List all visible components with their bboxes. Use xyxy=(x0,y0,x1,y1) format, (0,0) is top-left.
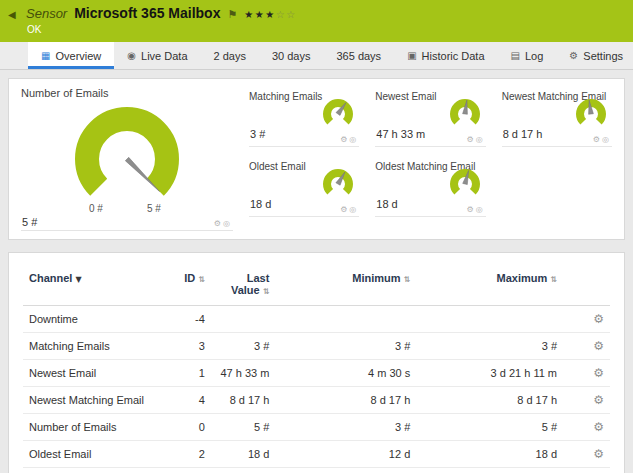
channel-row-matching-emails[interactable]: Matching Emails33 #3 #3 #⚙ xyxy=(23,333,610,360)
channel-id: 3 xyxy=(164,333,211,360)
tab-log[interactable]: ▤Log xyxy=(498,42,557,69)
channel-actions-cell: ⚙ xyxy=(563,333,610,360)
channel-minimum: 3 # xyxy=(275,414,416,441)
gauge-scale-max: 5 # xyxy=(147,203,161,214)
channel-name[interactable]: Oldest Email xyxy=(23,441,164,468)
channel-minimum: 8 d 17 h xyxy=(275,387,416,414)
channel-maximum: 3 # xyxy=(416,333,563,360)
back-icon[interactable]: ◀ xyxy=(8,9,16,20)
log-icon: ▤ xyxy=(511,50,520,61)
tab-label: Historic Data xyxy=(422,50,485,62)
column-header-channel[interactable]: Channel▼ xyxy=(23,269,164,306)
tab-settings[interactable]: ⚙Settings xyxy=(556,42,633,69)
channel-minimum: 3 # xyxy=(275,333,416,360)
gauge-dial xyxy=(446,168,484,202)
channel-actions-cell: ⚙ xyxy=(563,468,610,473)
channel-settings-wrench-icon[interactable]: ⚙ xyxy=(593,312,604,326)
tab-label: 365 days xyxy=(336,50,381,62)
gauge-value: 47 h 33 m xyxy=(376,128,425,140)
channel-row-oldest-matching-email[interactable]: Oldest Matching Email518 d18 d18 d⚙ xyxy=(23,468,610,473)
gauge-pin-icon[interactable]: ◎ xyxy=(223,219,232,228)
channel-settings-wrench-icon[interactable]: ⚙ xyxy=(593,393,604,407)
tab-2-days[interactable]: 2 days xyxy=(201,42,259,69)
gauge-pin-icon[interactable]: ◎ xyxy=(349,205,358,214)
column-header-id[interactable]: ID⇅ xyxy=(164,269,211,306)
channel-row-number-of-emails[interactable]: Number of Emails05 #3 #5 #⚙ xyxy=(23,414,610,441)
tab-label: 2 days xyxy=(214,50,246,62)
channel-settings-wrench-icon[interactable]: ⚙ xyxy=(593,447,604,461)
sort-both-icon: ⇅ xyxy=(263,287,270,296)
tab-label: Overview xyxy=(55,50,101,62)
channel-maximum: 18 d xyxy=(416,441,563,468)
column-label: Channel xyxy=(29,272,72,284)
star-filled-icon[interactable]: ★ xyxy=(255,9,265,20)
gauge-title: Number of Emails xyxy=(21,87,233,99)
gauge-settings-icon[interactable]: ⚙ xyxy=(467,135,476,144)
column-header-maximum[interactable]: Maximum⇅ xyxy=(416,269,563,306)
channel-row-newest-email[interactable]: Newest Email147 h 33 m4 m 30 s3 d 21 h 1… xyxy=(23,360,610,387)
channel-table-panel: Channel▼ID⇅Last Value⇅Minimum⇅Maximum⇅ D… xyxy=(8,252,625,473)
tab-30-days[interactable]: 30 days xyxy=(259,42,324,69)
channel-settings-wrench-icon[interactable]: ⚙ xyxy=(593,420,604,434)
channel-table-body: Downtime-4⚙Matching Emails33 #3 #3 #⚙New… xyxy=(23,306,610,473)
tab-365-days[interactable]: 365 days xyxy=(323,42,394,69)
sensor-header: ◀ Sensor Microsoft 365 Mailbox ⚑ ★★★☆☆ O… xyxy=(0,0,633,42)
flag-icon[interactable]: ⚑ xyxy=(227,8,237,21)
column-header-last-value[interactable]: Last Value⇅ xyxy=(211,269,276,306)
channel-settings-wrench-icon[interactable]: ⚙ xyxy=(593,339,604,353)
small-gauges: Matching Emails3 #⚙◎Newest Email47 h 33 … xyxy=(249,87,612,231)
column-header-minimum[interactable]: Minimum⇅ xyxy=(275,269,416,306)
column-label: ID xyxy=(184,272,195,284)
star-empty-icon[interactable]: ☆ xyxy=(276,9,286,20)
gauge-pin-icon[interactable]: ◎ xyxy=(476,135,485,144)
gauge-pin-icon[interactable]: ◎ xyxy=(349,135,358,144)
gauge-settings-icon[interactable]: ⚙ xyxy=(214,219,223,228)
star-filled-icon[interactable]: ★ xyxy=(244,9,254,20)
gauge-settings-icon[interactable]: ⚙ xyxy=(340,135,349,144)
channel-name[interactable]: Newest Email xyxy=(23,360,164,387)
tab-overview[interactable]: ▦Overview xyxy=(28,42,114,69)
column-label: Maximum xyxy=(497,272,548,284)
channel-actions-cell: ⚙ xyxy=(563,306,610,333)
tab-live-data[interactable]: ◉Live Data xyxy=(114,42,200,69)
channel-row-oldest-email[interactable]: Oldest Email218 d12 d18 d⚙ xyxy=(23,441,610,468)
channel-id: 5 xyxy=(164,468,211,473)
overview-icon: ▦ xyxy=(41,50,50,61)
channel-row-newest-matching-email[interactable]: Newest Matching Email48 d 17 h8 d 17 h8 … xyxy=(23,387,610,414)
channel-maximum: 3 d 21 h 11 m xyxy=(416,360,563,387)
tab-label: Settings xyxy=(583,50,623,62)
channel-settings-wrench-icon[interactable]: ⚙ xyxy=(593,366,604,380)
tab-historic-data[interactable]: ▣Historic Data xyxy=(394,42,497,69)
gauge-value: 3 # xyxy=(250,128,265,140)
gauge-corner-icons: ⚙◎ xyxy=(340,205,358,214)
channel-name[interactable]: Number of Emails xyxy=(23,414,164,441)
sort-both-icon: ⇅ xyxy=(198,275,205,284)
gauge-settings-icon[interactable]: ⚙ xyxy=(593,135,602,144)
gauge-settings-icon[interactable]: ⚙ xyxy=(467,205,476,214)
channel-name[interactable]: Newest Matching Email xyxy=(23,387,164,414)
gauge-corner-icons: ⚙◎ xyxy=(214,219,232,228)
gauge-pin-icon[interactable]: ◎ xyxy=(602,135,611,144)
priority-stars[interactable]: ★★★☆☆ xyxy=(244,9,296,20)
table-header-row: Channel▼ID⇅Last Value⇅Minimum⇅Maximum⇅ xyxy=(23,269,610,306)
gauge-pin-icon[interactable]: ◎ xyxy=(476,205,485,214)
channel-id: 0 xyxy=(164,414,211,441)
sort-both-icon: ⇅ xyxy=(404,275,411,284)
tab-bar: ▦Overview◉Live Data2 days30 days365 days… xyxy=(0,42,633,70)
channel-name[interactable]: Matching Emails xyxy=(23,333,164,360)
gauge-value: 5 # xyxy=(22,216,37,228)
channel-maximum: 18 d xyxy=(416,468,563,473)
overview-panel: Number of Emails 0 # 5 # 5 # ⚙◎ Matching… xyxy=(8,78,625,240)
channel-row-downtime[interactable]: Downtime-4⚙ xyxy=(23,306,610,333)
gauge-newest-email: Newest Email47 h 33 m⚙◎ xyxy=(375,91,485,147)
tab-label: Live Data xyxy=(141,50,187,62)
channel-name[interactable]: Downtime xyxy=(23,306,164,333)
channel-name[interactable]: Oldest Matching Email xyxy=(23,468,164,473)
star-empty-icon[interactable]: ☆ xyxy=(286,9,296,20)
object-kind-label: Sensor xyxy=(26,6,67,21)
gauge-dial xyxy=(42,107,212,209)
gauge-settings-icon[interactable]: ⚙ xyxy=(340,205,349,214)
star-filled-icon[interactable]: ★ xyxy=(265,9,275,20)
gauge-corner-icons: ⚙◎ xyxy=(340,135,358,144)
live-icon: ◉ xyxy=(127,50,136,61)
